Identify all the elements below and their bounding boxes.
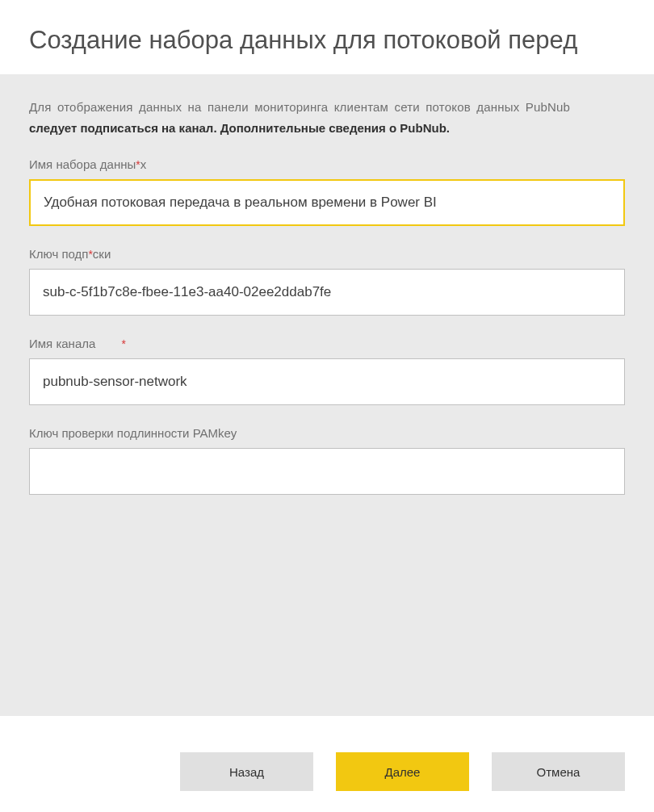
pam-key-input[interactable]	[29, 448, 625, 495]
dataset-name-group: Имя набора данны*х	[29, 157, 625, 226]
channel-name-label: Имя канала *	[29, 337, 625, 350]
subscribe-key-group: Ключ подп*ски	[29, 247, 625, 316]
channel-name-group: Имя канала *	[29, 337, 625, 405]
dialog-header: Создание набора данных для потоковой пер…	[0, 0, 654, 74]
dataset-name-label: Имя набора данны*х	[29, 157, 625, 171]
channel-name-input[interactable]	[29, 358, 625, 405]
description-bold-text: следует подписаться на канал. Дополнител…	[29, 121, 625, 135]
form-content: Для отображения данных на панели монитор…	[0, 74, 654, 716]
pam-key-group: Ключ проверки подлинности PAMkey	[29, 426, 625, 495]
description-text: Для отображения данных на панели монитор…	[29, 97, 625, 118]
required-indicator: *	[122, 337, 126, 350]
dataset-name-input[interactable]	[29, 179, 625, 226]
pam-key-label: Ключ проверки подлинности PAMkey	[29, 426, 625, 440]
subscribe-key-label: Ключ подп*ски	[29, 247, 625, 261]
dialog-footer: Назад Далее Отмена	[0, 731, 654, 812]
subscribe-key-input[interactable]	[29, 269, 625, 316]
cancel-button[interactable]: Отмена	[492, 752, 625, 791]
page-title: Создание набора данных для потоковой пер…	[29, 26, 625, 55]
back-button[interactable]: Назад	[180, 752, 313, 791]
next-button[interactable]: Далее	[336, 752, 469, 791]
